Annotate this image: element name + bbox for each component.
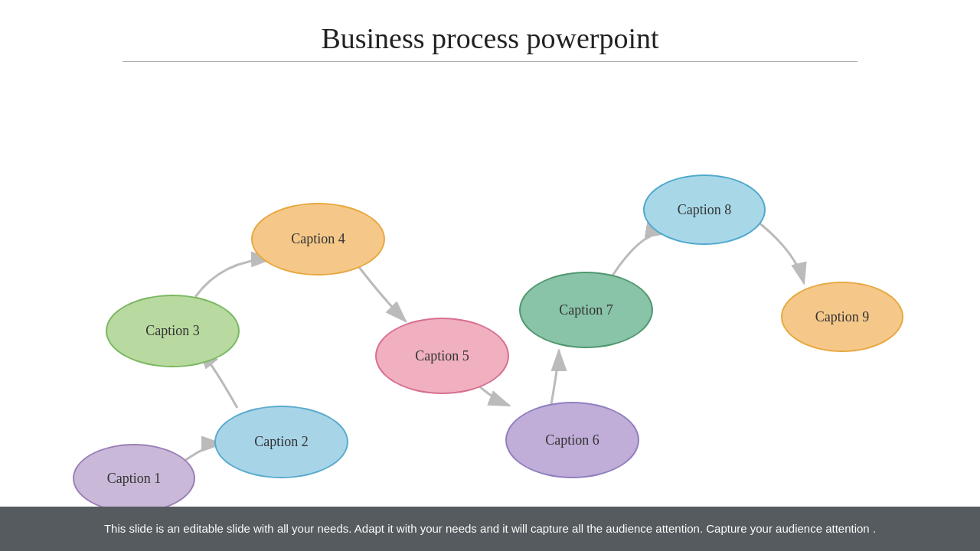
caption7: Caption 7 (519, 272, 653, 348)
caption3: Caption 3 (106, 295, 240, 367)
slide-container: Business process powerpoint (0, 0, 980, 551)
caption2: Caption 2 (214, 406, 348, 478)
caption8: Caption 8 (643, 174, 766, 245)
caption6: Caption 6 (505, 402, 639, 478)
caption5: Caption 5 (375, 318, 509, 394)
caption9: Caption 9 (781, 282, 903, 352)
footer-bar: This slide is an editable slide with all… (0, 507, 980, 552)
title-divider (122, 61, 858, 62)
title-area: Business process powerpoint (0, 0, 980, 70)
slide-title: Business process powerpoint (0, 21, 980, 55)
footer-text: This slide is an editable slide with all… (104, 522, 876, 535)
caption1: Caption 1 (73, 444, 195, 513)
diagram-area: Caption 1Caption 2Caption 3Caption 4Capt… (0, 69, 980, 505)
caption4: Caption 4 (251, 203, 385, 276)
